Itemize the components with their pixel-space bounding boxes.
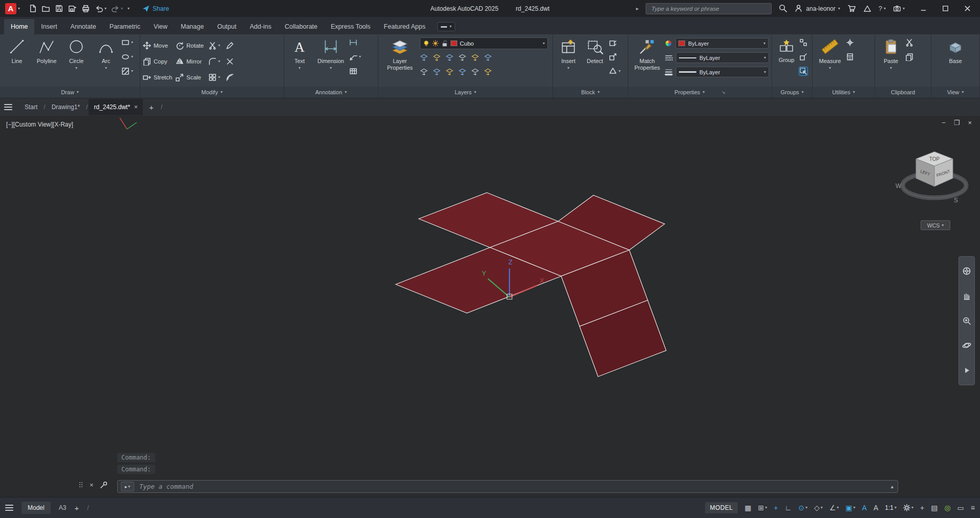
measure-button[interactable]: Measure ▾ bbox=[815, 34, 845, 87]
dimension-tool[interactable]: Dimension ▾ bbox=[313, 34, 348, 87]
customize-wrench-icon[interactable] bbox=[100, 481, 108, 489]
account-menu[interactable]: ana-leonor ▾ bbox=[795, 4, 840, 13]
file-tab-drawing1[interactable]: Drawing1* bbox=[47, 99, 85, 115]
snap-mode-toggle[interactable]: ⊞▾ bbox=[758, 504, 768, 511]
autodesk-assistant-icon[interactable] bbox=[863, 5, 871, 13]
layer-walk-tool[interactable] bbox=[458, 68, 466, 78]
paste-button[interactable]: Paste ▾ bbox=[878, 34, 904, 87]
wcs-dropdown[interactable]: WCS ▾ bbox=[921, 220, 950, 230]
copy-clip-tool[interactable] bbox=[905, 53, 913, 61]
scale-tool[interactable]: Scale bbox=[176, 73, 208, 81]
tab-insert[interactable]: Insert bbox=[34, 19, 63, 34]
close-command-window-icon[interactable]: × bbox=[90, 481, 94, 489]
block-panel-title[interactable]: Block▾ bbox=[553, 87, 628, 98]
qat-customize-button[interactable]: ▾ bbox=[127, 7, 130, 11]
group-button[interactable]: Group bbox=[775, 34, 798, 87]
group-edit-tool[interactable] bbox=[799, 53, 807, 61]
clean-screen-toggle[interactable]: ▭ bbox=[957, 504, 964, 511]
layer-unlock-tool[interactable] bbox=[445, 68, 454, 78]
fillet-tool[interactable]: ▾ bbox=[208, 57, 226, 66]
lineweight-dropdown[interactable]: ByLayer ▾ bbox=[676, 67, 769, 77]
search-input[interactable] bbox=[650, 5, 767, 12]
search-icon[interactable] bbox=[779, 4, 787, 13]
drawing-area[interactable]: Z Y X [−][Custom View][X-Ray] − ❐ × W S … bbox=[0, 116, 980, 497]
layer-prev-tool[interactable] bbox=[471, 68, 479, 78]
explode-tool[interactable] bbox=[226, 57, 239, 66]
showmotion-icon[interactable] bbox=[962, 366, 971, 375]
base-view-button[interactable]: Base bbox=[942, 34, 969, 87]
viewport-close-icon[interactable]: × bbox=[968, 119, 972, 127]
zoom-icon[interactable] bbox=[962, 316, 971, 325]
offset-tool[interactable] bbox=[226, 73, 239, 81]
panel-expander-icon[interactable]: ↘ bbox=[721, 90, 726, 95]
capture-menu[interactable]: ▾ bbox=[893, 5, 905, 13]
utilities-panel-title[interactable]: Utilities▾ bbox=[813, 87, 875, 98]
dynamic-input-toggle[interactable]: + bbox=[774, 504, 778, 511]
annotation-monitor-toggle[interactable]: + bbox=[920, 504, 924, 511]
layer-state-tool[interactable] bbox=[484, 68, 492, 78]
layer-match-tool[interactable] bbox=[471, 53, 479, 64]
layer-select-dropdown[interactable]: Cubo ▾ bbox=[420, 37, 548, 49]
navigation-wheel-icon[interactable] bbox=[962, 266, 971, 276]
layout-a3-tab[interactable]: A3 bbox=[59, 504, 67, 511]
compass-west-label[interactable]: W bbox=[896, 182, 902, 190]
redo-button[interactable]: ▾ bbox=[111, 4, 123, 13]
file-tab-start[interactable]: Start bbox=[19, 99, 42, 115]
polar-tracking-toggle[interactable]: ⊙▾ bbox=[798, 504, 807, 511]
minimize-button[interactable] bbox=[920, 5, 927, 12]
plot-button[interactable] bbox=[81, 4, 90, 13]
create-block-tool[interactable] bbox=[609, 38, 621, 47]
pan-hand-icon[interactable] bbox=[962, 292, 971, 301]
layer-lock-tool[interactable] bbox=[458, 53, 466, 64]
tab-output[interactable]: Output bbox=[210, 19, 243, 34]
color-wheel-icon[interactable] bbox=[665, 39, 672, 47]
object-snap-tracking-toggle[interactable]: ∠▾ bbox=[829, 504, 839, 511]
command-input[interactable] bbox=[138, 482, 886, 491]
share-button[interactable]: Share bbox=[142, 5, 169, 13]
linetype-dropdown[interactable]: ByLayer ▾ bbox=[676, 52, 769, 63]
tab-add-ins[interactable]: Add-ins bbox=[243, 19, 278, 34]
isometric-drafting-toggle[interactable]: ◇▾ bbox=[814, 504, 823, 511]
trim-tool[interactable]: ▾ bbox=[208, 42, 226, 50]
tab-annotate[interactable]: Annotate bbox=[64, 19, 103, 34]
ortho-mode-toggle[interactable]: ∟ bbox=[784, 504, 792, 511]
model-space-canvas[interactable]: Z Y X bbox=[0, 116, 980, 497]
layer-off-tool[interactable] bbox=[420, 53, 428, 64]
layer-unisolate-tool[interactable] bbox=[420, 68, 428, 78]
annotation-visibility-toggle[interactable]: A bbox=[862, 504, 867, 511]
tab-parametric[interactable]: Parametric bbox=[103, 19, 147, 34]
file-tabs-menu-button[interactable] bbox=[4, 102, 12, 112]
groups-panel-title[interactable]: Groups▾ bbox=[772, 87, 812, 98]
command-line[interactable]: ▸▾ ▲ bbox=[117, 480, 898, 493]
mirror-tool[interactable]: Mirror bbox=[176, 57, 208, 66]
model-paper-toggle[interactable]: MODEL bbox=[705, 502, 738, 513]
isolate-objects-button[interactable]: ◎ bbox=[944, 504, 950, 511]
tab-home[interactable]: Home bbox=[4, 19, 34, 34]
layer-thaw-tool[interactable] bbox=[433, 68, 441, 78]
linetype-icon[interactable] bbox=[665, 54, 673, 62]
recent-commands-button[interactable]: ▸▾ bbox=[121, 482, 134, 491]
layer-current-tool[interactable] bbox=[484, 53, 492, 64]
circle-tool[interactable]: Circle ▾ bbox=[62, 34, 91, 87]
polyline-tool[interactable]: Polyline bbox=[32, 34, 61, 87]
ungroup-tool[interactable] bbox=[799, 38, 807, 47]
ellipse-tool[interactable]: ▾ bbox=[121, 53, 133, 61]
insert-block-button[interactable]: Insert ▾ bbox=[556, 34, 581, 87]
view-panel-title[interactable]: View▾ bbox=[931, 87, 979, 98]
edit-block-tool[interactable] bbox=[609, 53, 621, 61]
copy-tool[interactable]: Copy bbox=[143, 57, 176, 66]
grid-display-toggle[interactable]: ▦ bbox=[744, 504, 751, 511]
close-tab-icon[interactable]: × bbox=[134, 103, 138, 111]
save-button[interactable] bbox=[55, 4, 63, 13]
rectangle-tool[interactable]: ▾ bbox=[121, 38, 133, 47]
text-tool[interactable]: A Text ▾ bbox=[287, 34, 312, 87]
tab-manage[interactable]: Manage bbox=[174, 19, 210, 34]
cube-net[interactable] bbox=[396, 193, 666, 377]
viewcube-top-label[interactable]: TOP bbox=[929, 156, 940, 162]
leader-tool[interactable]: ▾ bbox=[349, 53, 361, 61]
layers-panel-title[interactable]: Layers▾ bbox=[378, 87, 552, 98]
tab-view[interactable]: View bbox=[147, 19, 174, 34]
properties-panel-title[interactable]: Properties▾↘ bbox=[628, 87, 772, 98]
new-drawing-button[interactable] bbox=[28, 4, 37, 13]
rotate-tool[interactable]: Rotate bbox=[176, 42, 208, 50]
